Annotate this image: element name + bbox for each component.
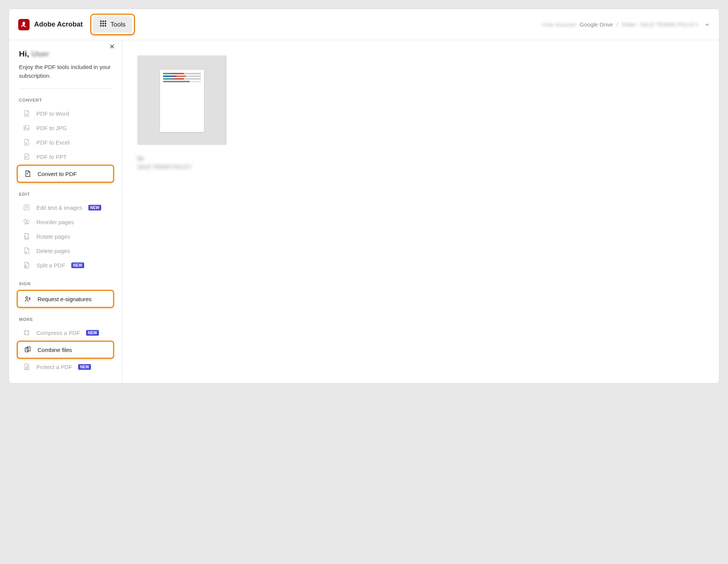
header: Adobe Acrobat Tools User Account Google … — [9, 9, 719, 40]
tool-edit-text-images[interactable]: Edit text & images NEW — [19, 200, 112, 215]
pdf-to-ppt-icon — [23, 153, 30, 160]
tool-label: Split a PDF — [36, 262, 65, 269]
tool-protect-pdf[interactable]: Protect a PDF NEW — [19, 360, 112, 374]
compress-icon — [23, 329, 30, 336]
edit-text-icon — [23, 204, 30, 211]
tool-delete-pages[interactable]: Delete pages — [19, 244, 112, 258]
tool-label: Edit text & images — [36, 204, 82, 211]
svg-rect-13 — [27, 220, 29, 223]
pdf-to-word-icon — [23, 110, 30, 117]
svg-rect-17 — [24, 330, 29, 335]
tool-rotate-pages[interactable]: Rotate pages — [19, 229, 112, 244]
breadcrumb-account: User Account — [542, 21, 576, 28]
tool-pdf-to-ppt[interactable]: PDF to PPT — [19, 149, 112, 164]
svg-rect-12 — [24, 219, 26, 222]
subgreeting: Enjoy the PDF tools included in your sub… — [19, 63, 112, 89]
breadcrumb-file: SALE TERMS POLICY — [640, 21, 698, 28]
main-area: file SALE TERMS POLICY — [122, 40, 719, 383]
svg-rect-19 — [27, 347, 30, 351]
svg-rect-7 — [102, 25, 104, 27]
new-badge: NEW — [86, 330, 99, 336]
tool-label: Rotate pages — [36, 233, 70, 240]
document-name: file — [137, 156, 227, 162]
tool-label: Request e-signatures — [38, 296, 92, 302]
sign-list: Request e-signatures — [19, 290, 112, 308]
pdf-to-jpg-icon — [23, 124, 30, 132]
edit-list: Edit text & images NEW Reorder pages Rot… — [19, 200, 112, 272]
header-left: Adobe Acrobat Tools — [18, 14, 135, 35]
reorder-icon — [23, 218, 30, 226]
new-badge: NEW — [78, 364, 91, 370]
svg-rect-6 — [100, 25, 102, 27]
section-edit-label: EDIT — [19, 192, 112, 196]
section-more-label: MORE — [19, 317, 112, 322]
svg-rect-5 — [105, 23, 106, 24]
tool-pdf-to-excel[interactable]: PDF to Excel — [19, 135, 112, 149]
breadcrumb-drive[interactable]: Google Drive — [580, 21, 613, 28]
convert-to-pdf-icon — [24, 170, 31, 178]
esign-icon — [24, 295, 31, 303]
document-page-preview — [160, 70, 204, 132]
tool-split-pdf[interactable]: Split a PDF NEW — [19, 258, 112, 272]
new-badge: NEW — [71, 262, 84, 268]
section-sign-label: SIGN — [19, 281, 112, 286]
delete-icon — [23, 247, 30, 255]
new-badge: NEW — [88, 205, 101, 211]
pdf-to-excel-icon — [23, 138, 30, 146]
svg-rect-0 — [100, 20, 102, 22]
tool-label: PDF to PPT — [36, 154, 67, 160]
rotate-icon — [23, 233, 30, 240]
breadcrumb[interactable]: User Account Google Drive / folder SALE … — [542, 21, 710, 28]
tool-compress-pdf[interactable]: Compress a PDF NEW — [19, 325, 112, 340]
svg-point-15 — [25, 266, 26, 267]
split-icon — [23, 261, 30, 269]
svg-rect-1 — [102, 20, 104, 22]
tool-convert-to-pdf[interactable]: Convert to PDF — [17, 165, 114, 183]
tool-label: PDF to JPG — [36, 125, 67, 131]
app-window: Adobe Acrobat Tools User Account Google … — [9, 9, 719, 383]
greeting-name: User — [31, 49, 49, 58]
grid-icon — [100, 20, 107, 29]
document-card[interactable]: file SALE TERMS POLICY — [137, 55, 227, 170]
combine-icon — [24, 346, 31, 353]
tool-pdf-to-word[interactable]: PDF to Word — [19, 106, 112, 121]
acrobat-logo-icon — [18, 19, 30, 30]
tool-reorder-pages[interactable]: Reorder pages — [19, 215, 112, 229]
svg-rect-20 — [26, 368, 28, 369]
svg-rect-2 — [105, 20, 106, 22]
tool-request-esignatures[interactable]: Request e-signatures — [17, 290, 114, 308]
tool-label: Protect a PDF — [36, 364, 72, 370]
svg-point-16 — [26, 297, 28, 298]
svg-rect-18 — [25, 348, 28, 352]
tools-button[interactable]: Tools — [93, 16, 132, 33]
tools-button-highlight: Tools — [90, 14, 135, 35]
document-title: SALE TERMS POLICY — [137, 164, 227, 170]
tool-label: Reorder pages — [36, 219, 74, 225]
chevron-down-icon[interactable] — [704, 22, 710, 27]
protect-icon — [23, 363, 30, 371]
convert-list: PDF to Word PDF to JPG PDF to Excel PDF … — [19, 106, 112, 183]
tool-combine-files[interactable]: Combine files — [17, 341, 114, 359]
greeting: Hi, User — [19, 49, 112, 58]
body: ✕ Hi, User Enjoy the PDF tools included … — [9, 40, 719, 383]
breadcrumb-folder: folder — [622, 21, 637, 28]
tools-button-label: Tools — [110, 21, 126, 28]
svg-rect-8 — [105, 25, 106, 27]
tool-label: PDF to Excel — [36, 139, 70, 146]
tool-pdf-to-jpg[interactable]: PDF to JPG — [19, 121, 112, 135]
tool-label: Convert to PDF — [38, 171, 77, 177]
section-convert-label: CONVERT — [19, 98, 112, 102]
tool-label: Combine files — [38, 347, 72, 353]
svg-rect-9 — [24, 126, 29, 130]
breadcrumb-sep: / — [617, 21, 618, 28]
greeting-prefix: Hi, — [19, 49, 31, 58]
tools-sidebar: ✕ Hi, User Enjoy the PDF tools included … — [9, 40, 122, 383]
tool-label: PDF to Word — [36, 110, 69, 117]
more-list: Compress a PDF NEW Combine files Protect… — [19, 325, 112, 374]
document-meta: file SALE TERMS POLICY — [137, 156, 227, 170]
svg-rect-3 — [100, 23, 102, 24]
tool-label: Delete pages — [36, 248, 70, 254]
svg-rect-4 — [102, 23, 104, 24]
tool-label: Compress a PDF — [36, 330, 80, 336]
app-title: Adobe Acrobat — [34, 20, 83, 28]
